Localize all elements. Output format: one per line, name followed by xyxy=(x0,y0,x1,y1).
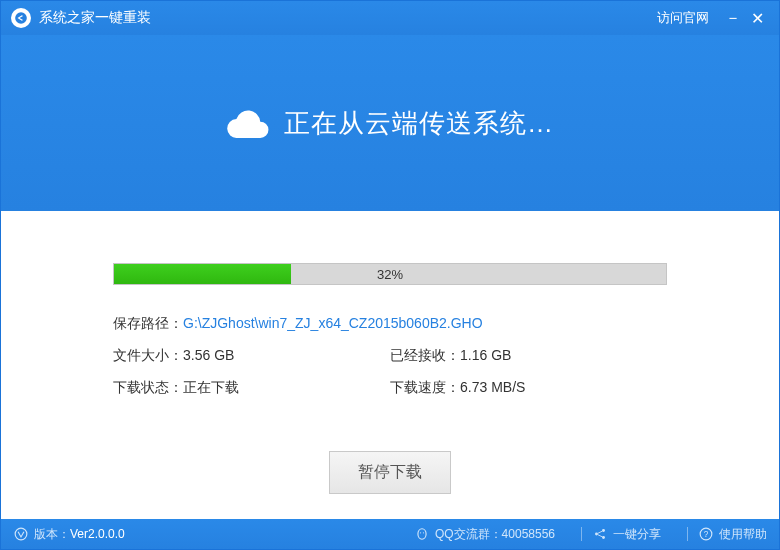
version-item[interactable]: 版本： Ver2.0.0.0 xyxy=(13,526,125,543)
save-path-value: G:\ZJGhost\win7_ZJ_x64_CZ2015b060B2.GHO xyxy=(183,315,483,333)
help-icon: ? xyxy=(698,526,714,542)
content-area: 32% 保存路径： G:\ZJGhost\win7_ZJ_x64_CZ2015b… xyxy=(1,211,779,494)
minimize-button[interactable]: － xyxy=(721,8,745,29)
svg-point-1 xyxy=(418,529,426,540)
qq-icon xyxy=(414,526,430,542)
svg-point-4 xyxy=(595,533,598,536)
titlebar: 系统之家一键重装 访问官网 － ✕ xyxy=(1,1,779,35)
qq-group-item[interactable]: QQ交流群： 40058556 xyxy=(414,526,555,543)
help-label: 使用帮助 xyxy=(719,526,767,543)
close-button[interactable]: ✕ xyxy=(745,9,769,28)
qq-group-label: QQ交流群： xyxy=(435,526,502,543)
svg-point-2 xyxy=(420,532,421,533)
received-value: 1.16 GB xyxy=(460,347,511,365)
app-title: 系统之家一键重装 xyxy=(39,9,151,27)
svg-point-5 xyxy=(602,529,605,532)
footer-separator xyxy=(581,527,582,541)
save-path-row: 保存路径： G:\ZJGhost\win7_ZJ_x64_CZ2015b060B… xyxy=(113,315,667,333)
progress-percent-label: 32% xyxy=(114,264,666,284)
version-label: 版本： xyxy=(34,526,70,543)
download-status-value: 正在下载 xyxy=(183,379,239,397)
qq-group-value: 40058556 xyxy=(502,527,555,541)
version-icon xyxy=(13,526,29,542)
svg-text:?: ? xyxy=(704,530,709,539)
save-path-label: 保存路径： xyxy=(113,315,183,333)
cloud-icon xyxy=(226,108,270,138)
file-size-row: 文件大小： 3.56 GB xyxy=(113,347,390,365)
svg-point-6 xyxy=(602,536,605,539)
pause-download-button[interactable]: 暂停下载 xyxy=(329,451,451,494)
app-logo-icon xyxy=(11,8,31,28)
file-size-value: 3.56 GB xyxy=(183,347,234,365)
download-status-row: 下载状态： 正在下载 xyxy=(113,379,390,397)
footer-bar: 版本： Ver2.0.0.0 QQ交流群： 40058556 一键分享 ? 使用… xyxy=(1,519,779,549)
version-value: Ver2.0.0.0 xyxy=(70,527,125,541)
speed-row: 下载速度： 6.73 MB/S xyxy=(390,379,667,397)
file-size-label: 文件大小： xyxy=(113,347,183,365)
progress-bar: 32% xyxy=(113,263,667,285)
visit-site-link[interactable]: 访问官网 xyxy=(657,9,709,27)
share-label: 一键分享 xyxy=(613,526,661,543)
footer-separator xyxy=(687,527,688,541)
hero-banner: 正在从云端传送系统… xyxy=(1,35,779,211)
share-item[interactable]: 一键分享 xyxy=(592,526,661,543)
received-label: 已经接收： xyxy=(390,347,460,365)
speed-value: 6.73 MB/S xyxy=(460,379,525,397)
help-item[interactable]: ? 使用帮助 xyxy=(698,526,767,543)
download-status-label: 下载状态： xyxy=(113,379,183,397)
hero-headline: 正在从云端传送系统… xyxy=(284,106,554,141)
speed-label: 下载速度： xyxy=(390,379,460,397)
svg-point-3 xyxy=(423,532,424,533)
received-row: 已经接收： 1.16 GB xyxy=(390,347,667,365)
share-icon xyxy=(592,526,608,542)
